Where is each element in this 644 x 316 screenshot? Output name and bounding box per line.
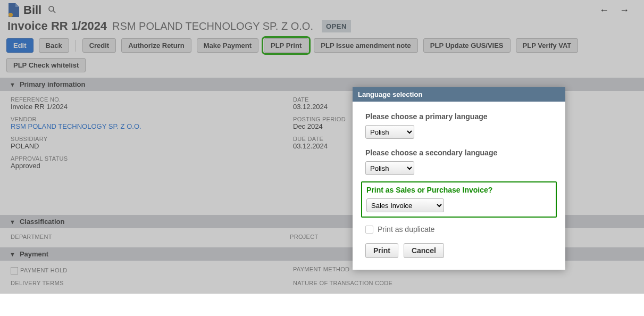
modal-secondary-language-label: Please choose a secondary language [365, 148, 553, 157]
invoice-type-select[interactable]: Sales Invoice [366, 198, 444, 212]
invoice-type-highlight: Print as Sales or Purchase Invoice? Sale… [361, 181, 557, 218]
modal-primary-language-label: Please choose a primary language [365, 112, 553, 121]
print-duplicate-checkbox[interactable] [365, 226, 373, 234]
modal-cancel-button[interactable]: Cancel [404, 243, 444, 258]
modal-print-button[interactable]: Print [365, 243, 398, 258]
language-selection-modal: Language selection Please choose a prima… [353, 87, 565, 270]
print-duplicate-label: Print as duplicate [378, 225, 434, 234]
primary-language-select[interactable]: Polish [365, 125, 414, 139]
secondary-language-select[interactable]: Polish [365, 161, 414, 175]
modal-invoice-type-label: Print as Sales or Purchase Invoice? [366, 186, 551, 194]
modal-title: Language selection [353, 87, 565, 102]
